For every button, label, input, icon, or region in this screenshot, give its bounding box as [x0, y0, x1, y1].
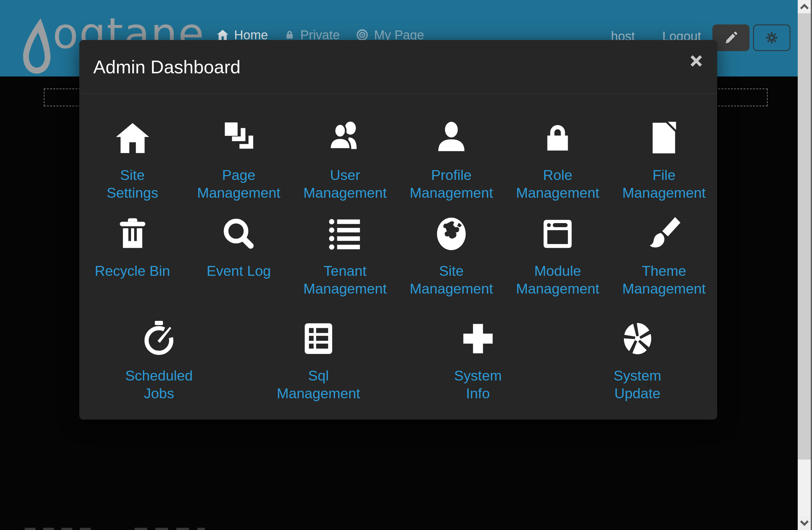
scrollbar-thumb[interactable]	[798, 13, 811, 460]
modal-header: Admin Dashboard	[79, 40, 717, 94]
close-button[interactable]	[688, 53, 705, 69]
magnifier-icon	[220, 215, 258, 254]
tile-label-line: Management	[197, 184, 280, 202]
people-icon	[325, 119, 365, 158]
tile-label-line: Tenant	[304, 262, 387, 280]
clipped-text-fragment	[25, 528, 95, 530]
tile-label-line: Update	[614, 385, 661, 402]
tile-label-line: Management	[410, 184, 493, 202]
tile-recycle-bin[interactable]: Recycle Bin	[79, 215, 186, 298]
tile-label-line: Site	[410, 262, 493, 280]
person-icon	[433, 119, 470, 158]
tile-label-line: System	[454, 367, 502, 385]
target-icon	[356, 28, 369, 42]
tile-label-line: Management	[277, 385, 360, 402]
tile-label-line: Management	[622, 280, 706, 298]
tile-label-line: Sql	[277, 367, 360, 385]
vertical-scrollbar[interactable]	[798, 0, 812, 530]
tile-site-management[interactable]: Site Management	[398, 215, 505, 298]
tile-label-line: User	[304, 166, 387, 184]
tile-label-line: Role	[516, 166, 599, 184]
tile-system-info[interactable]: System Info	[398, 320, 558, 402]
tile-label-line: Management	[410, 280, 493, 298]
tiles-row-3: Scheduled Jobs Sql Management	[79, 320, 717, 402]
list-icon	[327, 215, 364, 254]
tile-scheduled-jobs[interactable]: Scheduled Jobs	[79, 320, 239, 402]
tile-profile-management[interactable]: Profile Management	[398, 119, 505, 202]
tile-role-management[interactable]: Role Management	[505, 119, 611, 202]
tile-label-line: Page	[197, 166, 280, 184]
control-panel-button[interactable]	[753, 25, 791, 51]
close-icon	[689, 54, 703, 68]
lock-icon	[539, 119, 576, 158]
globe-icon	[433, 215, 470, 254]
tile-label-line: Module	[516, 262, 599, 280]
tile-module-management[interactable]: Module Management	[505, 215, 611, 298]
modal-title: Admin Dashboard	[79, 56, 241, 77]
tile-label-line: File	[622, 166, 706, 184]
aperture-icon	[619, 320, 656, 359]
oqtane-droplet-logo-icon	[23, 18, 51, 74]
tiles-row-2: Recycle Bin Event Log	[79, 215, 717, 298]
tile-file-management[interactable]: File Management	[611, 119, 717, 202]
tile-label-line: Info	[454, 385, 502, 402]
home-icon	[216, 29, 229, 41]
tile-label-line: Management	[304, 184, 387, 202]
tile-system-update[interactable]: System Update	[557, 320, 717, 402]
lock-icon	[284, 29, 295, 41]
chevron-up-icon	[800, 4, 809, 10]
plus-icon	[459, 320, 497, 359]
tile-label-line: Jobs	[125, 385, 193, 402]
tile-label-line: Theme	[622, 262, 706, 280]
tile-label-line: Settings	[106, 184, 158, 202]
timer-icon	[140, 320, 178, 359]
edit-mode-button[interactable]	[712, 25, 750, 51]
tile-label-line: Site	[106, 166, 158, 184]
tile-label-line: System	[614, 367, 661, 385]
tile-label-line: Management	[516, 280, 599, 298]
tile-theme-management[interactable]: Theme Management	[611, 215, 717, 298]
tile-label-line: Scheduled	[125, 367, 193, 385]
pencil-icon	[724, 30, 738, 45]
brush-icon	[645, 215, 683, 254]
tiles-row-1: Site Settings Page Management	[79, 119, 717, 202]
tile-user-management[interactable]: User Management	[292, 119, 398, 202]
clipped-text-fragment	[134, 528, 205, 530]
tile-site-settings[interactable]: Site Settings	[79, 119, 186, 202]
tile-event-log[interactable]: Event Log	[186, 215, 292, 298]
tile-label-line: Profile	[410, 166, 493, 184]
admin-dashboard-modal: Admin Dashboard Site Settings	[79, 40, 717, 419]
scroll-down-button[interactable]	[798, 516, 811, 530]
scroll-up-button[interactable]	[798, 0, 811, 13]
layers-icon	[220, 119, 258, 158]
trash-icon	[114, 215, 151, 254]
browser-icon	[539, 215, 576, 254]
tile-page-management[interactable]: Page Management	[186, 119, 292, 202]
tile-tenant-management[interactable]: Tenant Management	[292, 215, 398, 298]
tile-label-line: Management	[516, 184, 599, 202]
tile-label-line: Recycle Bin	[95, 262, 170, 280]
tile-label-line: Event Log	[206, 262, 271, 280]
tile-label-line: Management	[622, 184, 706, 202]
chevron-down-icon	[800, 520, 809, 526]
home-icon	[114, 119, 151, 158]
gear-icon	[765, 30, 779, 45]
file-icon	[645, 119, 683, 158]
spreadsheet-icon	[300, 320, 337, 359]
tile-sql-management[interactable]: Sql Management	[239, 320, 398, 402]
tile-label-line: Management	[304, 280, 387, 298]
